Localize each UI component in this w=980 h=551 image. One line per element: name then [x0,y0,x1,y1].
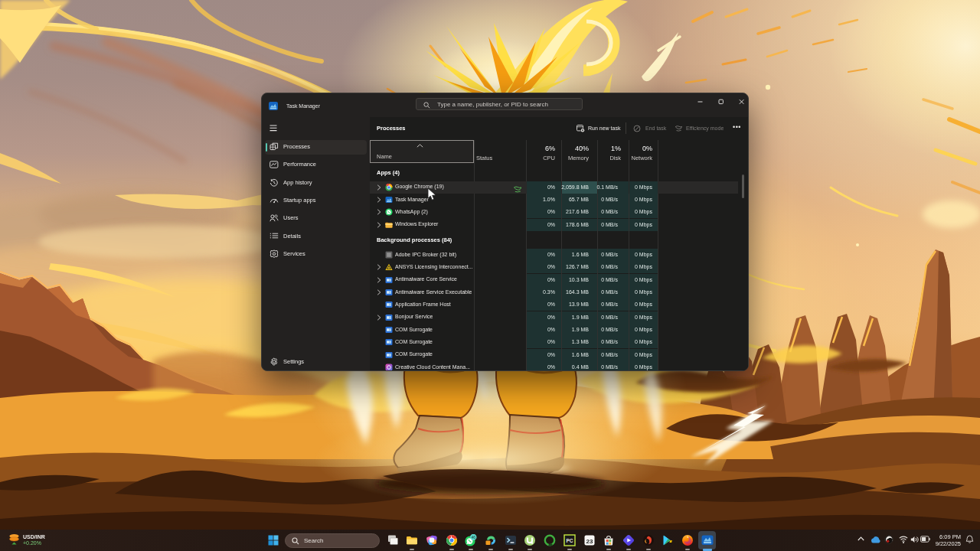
svg-text:46: 46 [472,535,476,540]
svg-text:23: 23 [586,538,593,545]
svg-text:PC: PC [566,538,573,543]
